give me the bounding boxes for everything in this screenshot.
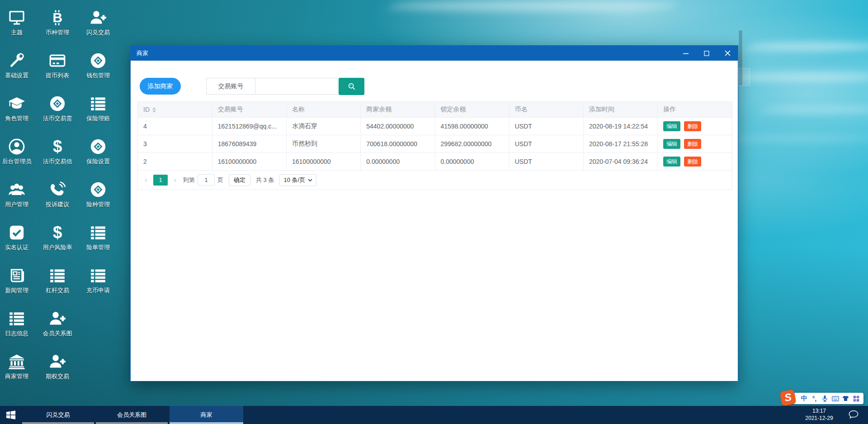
desktop-icon-options-trade[interactable]: 期权交易 <box>37 344 78 387</box>
desktop-icon-label: 投诉建议 <box>37 201 78 208</box>
disc-icon <box>49 95 66 112</box>
desktop-icon-log-info[interactable]: 日志信息 <box>0 301 37 344</box>
desktop-icon-flash-exchange[interactable]: 闪兑交易 <box>78 0 118 43</box>
search-button[interactable] <box>339 78 364 95</box>
search-group: 交易账号 <box>206 78 338 95</box>
windows-logo-icon <box>6 410 16 420</box>
edit-button[interactable]: 编辑 <box>663 157 680 167</box>
desktop-icon-wallet-management[interactable]: 钱包管理 <box>78 43 118 86</box>
start-button[interactable] <box>0 406 22 424</box>
desktop-icon-theme[interactable]: 主题 <box>0 0 37 43</box>
cell-account: 16100000000 <box>212 152 286 170</box>
goto-suffix-label: 页 <box>217 176 223 184</box>
edit-button[interactable]: 编辑 <box>663 121 680 131</box>
desktop-icon-user-management[interactable]: 用户管理 <box>0 172 37 215</box>
goto-confirm-button[interactable]: 确定 <box>229 174 250 186</box>
window-titlebar[interactable]: 商家 <box>131 46 738 61</box>
ime-language-toggle[interactable]: 中 <box>799 393 809 404</box>
toolbox-grid-icon[interactable] <box>851 393 861 404</box>
column-header-actions: 操作 <box>658 102 732 117</box>
desktop-icon-complaints[interactable]: 投诉建议 <box>37 172 78 215</box>
user-circle-icon <box>8 138 25 155</box>
desktop-icon-label: 角色管理 <box>0 115 37 122</box>
goto-page-input[interactable] <box>198 174 215 186</box>
desktop-icon-label: 法币交易需 <box>37 115 78 122</box>
cell-account: 18676089439 <box>212 135 286 152</box>
cell-time: 2020-07-04 09:36:24 <box>584 152 658 170</box>
desktop-icon-deposit-request[interactable]: 充币申请 <box>78 258 118 301</box>
desktop-icon-insurance-type[interactable]: 险种管理 <box>78 172 118 215</box>
delete-button[interactable]: 删除 <box>684 139 701 149</box>
search-field-label: 交易账号 <box>206 78 255 95</box>
desktop-icon-fiat-trade-info[interactable]: $法币交易信 <box>37 129 78 172</box>
cell-name: 币然秒到 <box>287 135 361 152</box>
edit-button[interactable]: 编辑 <box>663 139 680 149</box>
sogou-logo-icon[interactable]: S <box>779 389 796 406</box>
add-merchant-button[interactable]: 添加商家 <box>140 78 181 95</box>
total-count-label: 共 3 条 <box>256 176 274 184</box>
delete-button[interactable]: 删除 <box>684 121 701 131</box>
search-input[interactable] <box>255 78 338 95</box>
desktop-icon-news-management[interactable]: 新闻管理 <box>0 258 37 301</box>
minimize-button[interactable] <box>675 46 696 61</box>
desktop-icon-grid: 主题B币种管理闪兑交易基础设置提币列表钱包管理角色管理法币交易需保险理赔后台管理… <box>0 0 120 387</box>
microphone-icon[interactable] <box>820 393 830 404</box>
taskbar-item-merchant-active[interactable]: 商家 <box>170 406 243 424</box>
desktop-icon-admin[interactable]: 后台管理员 <box>0 129 37 172</box>
taskbar-item-member-relation[interactable]: 会员关系图 <box>96 406 168 424</box>
desktop-icon-leverage-trade[interactable]: 杠杆交易 <box>37 258 78 301</box>
desktop-icon-basic-settings[interactable]: 基础设置 <box>0 43 37 86</box>
desktop-icon-insurance-settings[interactable]: 保险设置 <box>78 129 118 172</box>
clock-date: 2021-12-29 <box>797 414 842 422</box>
sort-caret-icon[interactable] <box>152 107 156 113</box>
desktop-icon-label: 后台管理员 <box>0 158 37 165</box>
ime-punctuation-toggle[interactable]: °, <box>809 393 820 404</box>
desktop-icon-label: 险种管理 <box>78 201 118 208</box>
background-window-edge <box>738 68 750 86</box>
page-number-active[interactable]: 1 <box>153 175 168 186</box>
taskbar-clock[interactable]: 13:17 2021-12-29 <box>797 407 842 422</box>
check-square-icon <box>8 224 25 241</box>
newspaper-icon <box>8 267 25 284</box>
close-button[interactable] <box>717 46 738 61</box>
page-size-select[interactable]: 10 条/页 <box>279 174 316 186</box>
delete-button[interactable]: 删除 <box>684 157 701 167</box>
dollar-icon: $ <box>49 224 66 241</box>
cell-time: 2020-08-17 21:55:28 <box>584 135 658 152</box>
desktop-icon-label: 期权交易 <box>37 373 78 380</box>
column-header-account: 交易账号 <box>212 102 286 117</box>
dollar-icon: $ <box>49 138 66 155</box>
taskbar-item-flash-exchange[interactable]: 闪兑交易 <box>22 406 94 424</box>
merchant-window: 商家 添加商家 交易账号 <box>130 45 738 381</box>
next-page-button[interactable]: › <box>170 176 180 184</box>
skin-tshirt-icon[interactable] <box>840 393 851 404</box>
desktop-icon-insurance-claims[interactable]: 保险理赔 <box>78 86 118 129</box>
window-content: 添加商家 交易账号 ID 交易账号 名称 <box>131 61 738 381</box>
keyboard-icon[interactable] <box>830 393 840 404</box>
desktop-icon-policy-management[interactable]: 险单管理 <box>78 215 118 258</box>
wrench-icon <box>8 52 25 69</box>
cell-name: 16100000000 <box>287 152 361 170</box>
notification-bubble-icon[interactable] <box>849 410 859 419</box>
desktop-icon-label: 提币列表 <box>37 72 78 79</box>
desktop-icon-label: 日志信息 <box>0 330 37 337</box>
desktop-icon-coin-management[interactable]: B币种管理 <box>37 0 78 43</box>
user-plus-icon <box>49 310 66 327</box>
window-title: 商家 <box>137 49 148 57</box>
desktop-icon-real-name-auth[interactable]: 实名认证 <box>0 215 37 258</box>
desktop-icon-label: 保险设置 <box>78 158 118 165</box>
column-header-coin: 币名 <box>509 102 583 117</box>
cell-actions: 编辑删除 <box>658 135 732 152</box>
desktop-icon-withdraw-list[interactable]: 提币列表 <box>37 43 78 86</box>
maximize-button[interactable] <box>696 46 717 61</box>
cell-locked: 0.00000000 <box>435 152 509 170</box>
prev-page-button[interactable]: ‹ <box>141 176 151 184</box>
desktop-icon-fiat-trade-demand[interactable]: 法币交易需 <box>37 86 78 129</box>
monitor-icon <box>8 9 25 26</box>
desktop-icon-label: 保险理赔 <box>78 115 118 122</box>
column-header-time: 添加时间 <box>584 102 658 117</box>
desktop-icon-member-relation[interactable]: 会员关系图 <box>37 301 78 344</box>
desktop-icon-merchant-management[interactable]: 商家管理 <box>0 344 37 387</box>
desktop-icon-role-management[interactable]: 角色管理 <box>0 86 37 129</box>
desktop-icon-user-risk[interactable]: $用户风险率 <box>37 215 78 258</box>
